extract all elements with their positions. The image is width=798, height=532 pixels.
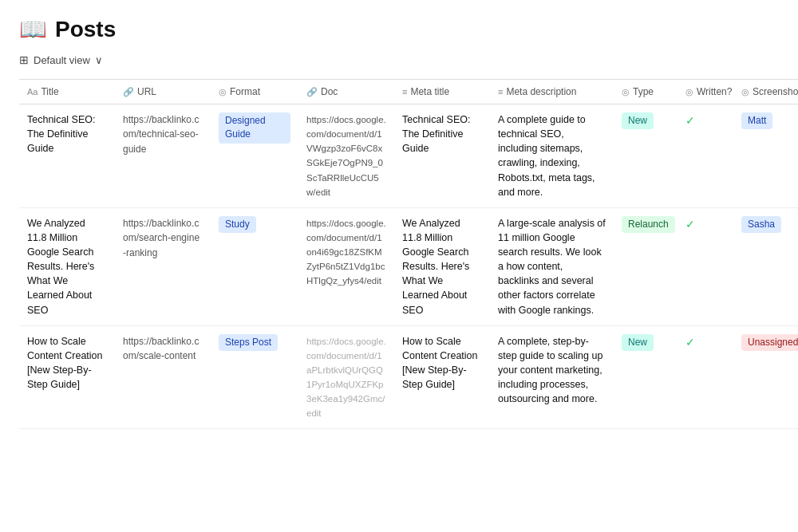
col-header-written: ◎ Written?: [678, 80, 733, 104]
cell-written-0: ✓: [678, 104, 733, 208]
view-selector-icon: ⊞: [19, 53, 29, 66]
posts-table: Aa Title 🔗 URL ◎ Format 🔗 Doc ≡ Meta tit…: [19, 79, 798, 429]
table-row: Technical SEO: The Definitive Guide http…: [19, 104, 798, 208]
cell-metadesc-1: A large-scale analysis of 11 million Goo…: [490, 207, 614, 325]
table-row: How to Scale Content Creation [New Step-…: [19, 325, 798, 429]
cell-metadesc-0: A complete guide to technical SEO, inclu…: [490, 104, 614, 208]
col-header-doc: 🔗 Doc: [298, 80, 394, 104]
cell-title-0: Technical SEO: The Definitive Guide: [19, 104, 115, 208]
col-header-metatitle: ≡ Meta title: [394, 80, 490, 104]
col-header-screenshots: ◎ Screenshots: [733, 80, 798, 104]
col-header-format: ◎ Format: [211, 80, 298, 104]
page-title: 📖 Posts: [19, 16, 779, 42]
view-selector-label: Default view: [34, 54, 90, 66]
cell-url-2: https://backlinko.com/scale-content: [115, 325, 211, 429]
cell-title-1: We Analyzed 11.8 Million Google Search R…: [19, 207, 115, 325]
cell-format-0: Designed Guide: [211, 104, 298, 208]
cell-screenshots-0: Matt: [733, 104, 798, 208]
cell-metatitle-2: How to Scale Content Creation [New Step-…: [394, 325, 490, 429]
col-header-title: Aa Title: [19, 80, 115, 104]
cell-metadesc-2: A complete, step-by-step guide to scalin…: [490, 325, 614, 429]
cell-doc-0: https://docs.google.com/document/d/1VWgz…: [298, 104, 394, 208]
cell-written-2: ✓: [678, 325, 733, 429]
cell-title-2: How to Scale Content Creation [New Step-…: [19, 325, 115, 429]
cell-url-1: https://backlinko.com/search-engine-rank…: [115, 207, 211, 325]
cell-type-1: Relaunch: [614, 207, 678, 325]
cell-doc-2: https://docs.google.com/document/d/1aPLr…: [298, 325, 394, 429]
cell-doc-1: https://docs.google.com/document/d/1on4i…: [298, 207, 394, 325]
cell-url-0: https://backlinko.com/technical-seo-guid…: [115, 104, 211, 208]
book-icon: 📖: [19, 16, 47, 42]
chevron-down-icon: ∨: [95, 54, 103, 66]
cell-metatitle-1: We Analyzed 11.8 Million Google Search R…: [394, 207, 490, 325]
cell-format-1: Study: [211, 207, 298, 325]
col-header-type: ◎ Type: [614, 80, 678, 104]
cell-written-1: ✓: [678, 207, 733, 325]
cell-screenshots-2: Unassigned: [733, 325, 798, 429]
table-header-row: Aa Title 🔗 URL ◎ Format 🔗 Doc ≡ Meta tit…: [19, 80, 798, 104]
cell-metatitle-0: Technical SEO: The Definitive Guide: [394, 104, 490, 208]
col-header-url: 🔗 URL: [115, 80, 211, 104]
cell-screenshots-1: Sasha: [733, 207, 798, 325]
table-row: We Analyzed 11.8 Million Google Search R…: [19, 207, 798, 325]
view-selector[interactable]: ⊞ Default view ∨: [19, 53, 779, 66]
cell-format-2: Steps Post: [211, 325, 298, 429]
col-header-metadesc: ≡ Meta description: [490, 80, 614, 104]
cell-type-0: New: [614, 104, 678, 208]
cell-type-2: New: [614, 325, 678, 429]
